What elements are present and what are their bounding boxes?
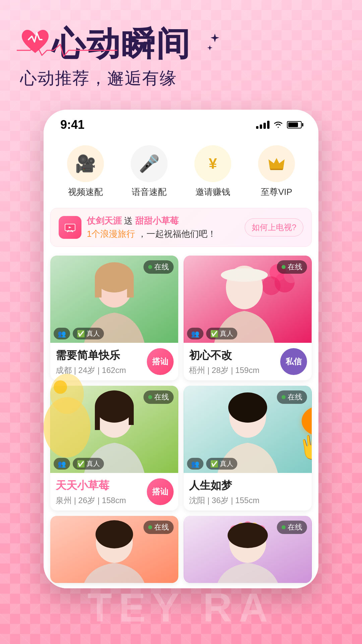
quick-actions: 🎥 视频速配 🎤 语音速配 ¥ 邀请赚钱 xyxy=(44,135,318,205)
bottom-text-area: TEY RA xyxy=(0,570,362,644)
action-vip[interactable]: 至尊VIP xyxy=(258,145,295,198)
sparkle-icon xyxy=(196,30,220,57)
svg-rect-24 xyxy=(129,407,134,425)
bottom-label: TEY RA xyxy=(87,584,275,631)
profile-card-2[interactable]: 在线 👥 ✅ 真人 xyxy=(184,256,312,380)
svg-rect-11 xyxy=(127,277,134,298)
svg-rect-19 xyxy=(234,268,254,277)
action-video[interactable]: 🎥 视频速配 xyxy=(67,145,104,198)
voice-icon: 🎤 xyxy=(139,154,160,173)
svg-point-1 xyxy=(50,374,84,414)
svg-rect-10 xyxy=(95,277,102,298)
hi-bubble: Hi xyxy=(302,406,312,436)
profile-info-3: 天天小草莓 泉州 | 26岁 | 158cm 搭讪 xyxy=(50,473,178,511)
subtitle: 心动推荐，邂逅有缘 xyxy=(20,67,342,90)
profile-photo-2: 在线 👥 ✅ 真人 xyxy=(184,256,312,343)
svg-point-2 xyxy=(54,380,67,394)
action-voice[interactable]: 🎤 语音速配 xyxy=(131,145,168,198)
phone-wrapper: 9:41 xyxy=(44,110,318,588)
video-icon: 🎥 xyxy=(75,154,96,173)
banner-receiver: 甜甜小草莓 xyxy=(135,216,179,226)
banner-button[interactable]: 如何上电视? xyxy=(245,218,303,236)
online-badge-2: 在线 xyxy=(277,260,307,274)
verified-badges-1: 👥 ✅ 真人 xyxy=(54,328,104,339)
hi-decoration: Hi 🖐️ xyxy=(302,406,312,460)
header-area: 心动瞬间 心动推荐，邂逅有缘 xyxy=(0,0,362,103)
sparkle-svg xyxy=(196,30,220,57)
vip-label: 至尊VIP xyxy=(261,186,292,198)
banner-subtitle: 1个浪漫旅行 ，一起祝福他们吧！ xyxy=(87,228,239,240)
profile-photo-1: 在线 👥 ✅ 真人 xyxy=(50,256,178,343)
signal-icon xyxy=(256,121,269,129)
hi-hand: 🖐️ xyxy=(298,433,312,460)
real-badge-4: ✅ 真人 xyxy=(206,458,237,470)
vip-icon-wrap xyxy=(258,145,295,182)
banner-text-content: 仗剑天涯 送 甜甜小草莓 1个浪漫旅行 ，一起祝福他们吧！ xyxy=(87,215,239,240)
svg-point-31 xyxy=(96,520,133,548)
svg-rect-5 xyxy=(67,230,73,232)
voice-icon-wrap: 🎤 xyxy=(131,145,168,182)
svg-rect-28 xyxy=(236,408,259,418)
voice-label: 语音速配 xyxy=(132,186,167,198)
svg-point-16 xyxy=(262,276,281,295)
chat-btn-3[interactable]: 搭讪 xyxy=(147,478,174,505)
verified-badges-2: 👥 ✅ 真人 xyxy=(187,328,237,339)
profile-card-4[interactable]: 在线 👥 ✅ 真人 xyxy=(184,386,312,511)
online-badge-3: 在线 xyxy=(143,390,174,404)
member-badge-4: 👥 xyxy=(187,458,203,470)
online-badge-5: 在线 xyxy=(143,521,174,534)
svg-point-39 xyxy=(228,523,268,548)
msg-btn-2[interactable]: 私信 xyxy=(280,348,307,375)
wifi-icon xyxy=(274,120,283,130)
left-decoration xyxy=(34,360,101,461)
vip-icon xyxy=(267,156,286,171)
online-badge-1: 在线 xyxy=(143,260,174,274)
banner[interactable]: 仗剑天涯 送 甜甜小草莓 1个浪漫旅行 ，一起祝福他们吧！ 如何上电视? xyxy=(50,208,312,247)
status-time: 9:41 xyxy=(60,118,84,132)
phone-mockup: 9:41 xyxy=(44,110,318,588)
invite-label: 邀请赚钱 xyxy=(195,186,230,198)
member-badge-1: 👥 xyxy=(54,328,70,339)
chat-btn-1[interactable]: 搭讪 xyxy=(147,348,174,375)
banner-tv-icon xyxy=(59,216,81,239)
profile-name-4: 人生如梦 xyxy=(189,478,306,493)
banner-sender: 仗剑天涯 xyxy=(87,216,122,226)
svg-point-22 xyxy=(95,390,134,423)
banner-title: 仗剑天涯 送 甜甜小草莓 xyxy=(87,215,239,227)
profile-info-4: 人生如梦 沈阳 | 36岁 | 155cm xyxy=(184,473,312,511)
online-badge-4: 在线 xyxy=(277,390,307,404)
real-badge-2: ✅ 真人 xyxy=(206,328,237,339)
invite-icon-wrap: ¥ xyxy=(194,145,231,182)
verified-badges-4: 👥 ✅ 真人 xyxy=(187,458,237,470)
action-invite[interactable]: ¥ 邀请赚钱 xyxy=(194,145,231,198)
profile-details-4: 沈阳 | 36岁 | 155cm xyxy=(189,495,306,506)
profile-info-2: 初心不改 梧州 | 28岁 | 159cm 私信 xyxy=(184,343,312,380)
real-badge-1: ✅ 真人 xyxy=(73,328,104,339)
main-container: 心动瞬间 心动推荐，邂逅有缘 xyxy=(0,0,362,644)
profile-photo-4: 在线 👥 ✅ 真人 xyxy=(184,386,312,473)
status-bar: 9:41 xyxy=(44,110,318,135)
ekg-decoration xyxy=(17,44,117,57)
battery-icon xyxy=(287,121,302,128)
status-icons xyxy=(256,120,302,130)
video-label: 视频速配 xyxy=(68,186,103,198)
video-icon-wrap: 🎥 xyxy=(67,145,104,182)
invite-icon: ¥ xyxy=(209,155,217,172)
online-badge-6: 在线 xyxy=(277,521,307,534)
member-badge-2: 👥 xyxy=(187,328,203,339)
